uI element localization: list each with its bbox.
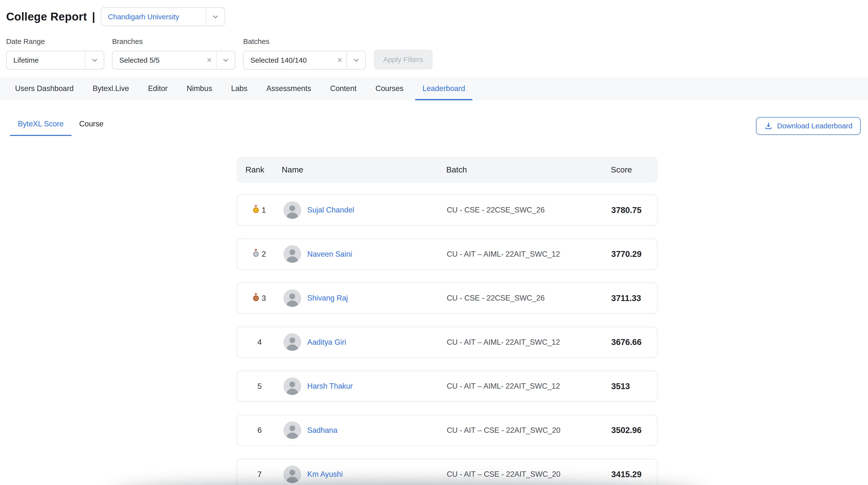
rank-cell: 2 <box>237 250 282 259</box>
batches-value: Selected 140/140 <box>244 56 333 64</box>
batches-filter: Batches Selected 140/140 ✕ <box>243 37 366 69</box>
batch-cell: CU - AIT – CSE - 22AIT_SWC_20 <box>447 470 611 479</box>
sub-tab-course[interactable]: Course <box>71 120 111 136</box>
nav-tab-label: Assessments <box>266 84 311 93</box>
chevron-down-icon <box>217 57 235 63</box>
rank-cell: 5 <box>237 382 282 391</box>
branches-filter: Branches Selected 5/5 ✕ <box>112 37 235 69</box>
sub-tab-bytexl-score[interactable]: ByteXL Score <box>10 120 71 136</box>
page-title: College Report <box>6 10 87 23</box>
filters-bar: Date Range Lifetime Branches Selected 5/… <box>6 37 868 69</box>
nav-tab-labs[interactable]: Labs <box>222 77 257 100</box>
table-row: 6 Sadhana CU - AIT – CSE - 22AIT_SWC_20 … <box>237 415 658 446</box>
medal-icon <box>253 295 259 301</box>
nav-tab-label: Courses <box>375 84 403 93</box>
name-cell: Naveen Saini <box>282 245 447 263</box>
student-name-link[interactable]: Sadhana <box>307 426 338 435</box>
rank-cell: 6 <box>237 426 282 435</box>
table-row: 4 Aaditya Giri CU - AIT – AIML- 22AIT_SW… <box>237 327 658 358</box>
name-cell: Harsh Thakur <box>282 378 447 395</box>
student-name-link[interactable]: Naveen Saini <box>307 250 352 259</box>
name-cell: Aaditya Giri <box>282 333 447 351</box>
rank-value: 4 <box>257 337 262 347</box>
batch-cell: CU - CSE - 22CSE_SWC_26 <box>447 206 611 215</box>
chevron-down-icon <box>86 57 104 63</box>
download-button-label: Download Leaderboard <box>777 122 852 130</box>
table-row: 3 Shivang Raj CU - CSE - 22CSE_SWC_26 37… <box>237 283 658 314</box>
nav-tab-users-dashboard[interactable]: Users Dashboard <box>6 77 83 100</box>
clear-icon[interactable]: ✕ <box>333 56 346 64</box>
avatar <box>283 201 301 219</box>
clear-icon[interactable]: ✕ <box>203 56 216 64</box>
nav-tab-courses[interactable]: Courses <box>366 77 413 100</box>
nav-tab-bytexl-live[interactable]: Bytexl.Live <box>83 77 138 100</box>
nav-tab-assessments[interactable]: Assessments <box>257 77 320 100</box>
score-cell: 3502.96 <box>611 425 657 435</box>
nav-tab-leaderboard[interactable]: Leaderboard <box>413 77 475 100</box>
table-row: 7 Km Ayushi CU - AIT – CSE - 22AIT_SWC_2… <box>237 459 658 485</box>
avatar <box>283 245 301 263</box>
score-cell: 3780.75 <box>611 205 657 215</box>
student-name-link[interactable]: Shivang Raj <box>307 294 348 302</box>
batch-cell: CU - AIT – AIML- 22AIT_SWC_12 <box>447 382 611 391</box>
score-cell: 3513 <box>611 382 657 391</box>
name-cell: Km Ayushi <box>282 465 447 483</box>
column-header-name: Name <box>282 165 446 174</box>
score-cell: 3415.29 <box>611 470 657 479</box>
student-name-link[interactable]: Harsh Thakur <box>307 382 353 391</box>
nav-tab-label: Nimbus <box>187 84 212 93</box>
avatar <box>283 289 301 307</box>
nav-tab-label: Users Dashboard <box>15 84 74 93</box>
branches-select[interactable]: Selected 5/5 ✕ <box>112 51 235 70</box>
avatar <box>283 378 301 395</box>
table-row: 5 Harsh Thakur CU - AIT – AIML- 22AIT_SW… <box>237 370 658 402</box>
sub-tab-label: ByteXL Score <box>18 120 63 128</box>
name-cell: Shivang Raj <box>282 289 447 307</box>
download-leaderboard-button[interactable]: Download Leaderboard <box>756 117 861 135</box>
name-cell: Sujal Chandel <box>282 201 447 219</box>
batch-cell: CU - CSE - 22CSE_SWC_26 <box>447 294 611 302</box>
rank-cell: 3 <box>237 294 282 303</box>
leaderboard-table: Rank Name Batch Score 1 Sujal Chandel CU… <box>237 157 658 485</box>
nav-tabs: Users DashboardBytexl.LiveEditorNimbusLa… <box>0 77 868 100</box>
table-row: 2 Naveen Saini CU - AIT – AIML- 22AIT_SW… <box>237 238 658 270</box>
rank-value: 1 <box>262 206 266 215</box>
batch-cell: CU - AIT – AIML- 22AIT_SWC_12 <box>447 250 611 259</box>
name-cell: Sadhana <box>282 421 447 439</box>
date-range-value: Lifetime <box>7 56 85 64</box>
nav-tab-label: Labs <box>231 84 248 93</box>
student-name-link[interactable]: Sujal Chandel <box>307 206 354 215</box>
page-header: College Report | Chandigarh University <box>6 7 868 26</box>
score-cell: 3770.29 <box>611 249 657 259</box>
batches-select[interactable]: Selected 140/140 ✕ <box>243 51 366 70</box>
rank-value: 6 <box>257 426 262 435</box>
date-range-label: Date Range <box>6 37 104 45</box>
download-icon <box>764 122 773 130</box>
rank-value: 7 <box>257 470 262 479</box>
nav-tab-label: Content <box>330 84 356 93</box>
rank-value: 3 <box>262 294 266 303</box>
chevron-down-icon <box>347 57 365 63</box>
date-range-select[interactable]: Lifetime <box>6 51 104 70</box>
nav-tab-nimbus[interactable]: Nimbus <box>177 77 222 100</box>
leaderboard-subtabs-row: ByteXL ScoreCourse Download Leaderboard <box>10 117 868 136</box>
nav-tab-content[interactable]: Content <box>321 77 366 100</box>
college-select[interactable]: Chandigarh University <box>101 7 225 26</box>
table-body: 1 Sujal Chandel CU - CSE - 22CSE_SWC_26 … <box>237 194 658 485</box>
medal-icon <box>253 251 259 257</box>
avatar <box>283 333 301 351</box>
batch-cell: CU - AIT – AIML- 22AIT_SWC_12 <box>447 338 611 347</box>
rank-value: 2 <box>262 250 266 259</box>
rank-cell: 1 <box>237 206 282 215</box>
student-name-link[interactable]: Aaditya Giri <box>307 338 346 347</box>
branches-label: Branches <box>112 37 235 45</box>
college-select-value: Chandigarh University <box>101 13 206 21</box>
rank-cell: 7 <box>237 470 282 479</box>
student-name-link[interactable]: Km Ayushi <box>307 470 343 479</box>
rank-value: 5 <box>257 382 262 391</box>
batches-label: Batches <box>243 37 366 45</box>
batch-cell: CU - AIT – CSE - 22AIT_SWC_20 <box>447 426 611 435</box>
apply-filters-button[interactable]: Apply Filters <box>374 50 433 69</box>
date-range-filter: Date Range Lifetime <box>6 37 104 69</box>
nav-tab-editor[interactable]: Editor <box>138 77 177 100</box>
